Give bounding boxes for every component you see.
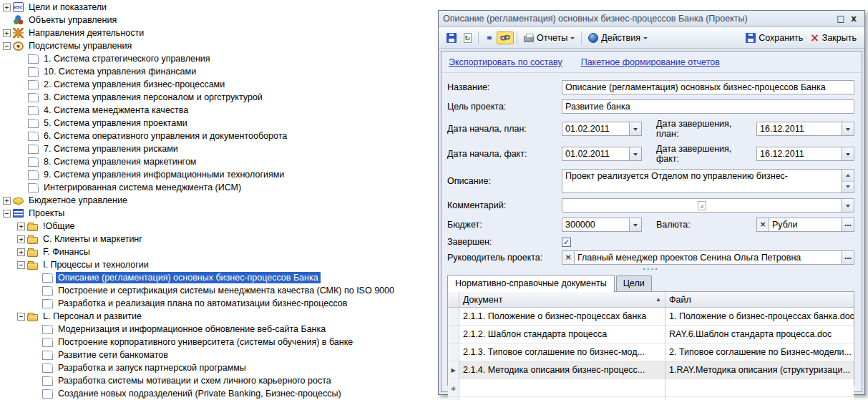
tree-item[interactable]: 9. Система управления информационными те… bbox=[0, 168, 438, 181]
tree-item[interactable]: 6. Система оперативного управления и док… bbox=[0, 130, 438, 142]
tree-item[interactable]: +C. Клиенты и маркетинг bbox=[0, 233, 438, 245]
budget-field[interactable]: 300000 bbox=[562, 218, 642, 232]
tree-item-label[interactable]: C. Клиенты и маркетинг bbox=[41, 233, 145, 245]
refresh-button[interactable] bbox=[460, 31, 475, 45]
end-fact-field[interactable]: 16.12.2011 bbox=[756, 147, 854, 161]
fit-height-button[interactable] bbox=[482, 31, 497, 45]
dropdown-icon[interactable] bbox=[629, 147, 641, 160]
tree-item[interactable]: 1. Система стратегического управления bbox=[0, 52, 438, 65]
start-plan-field[interactable]: 01.02.2011 bbox=[562, 122, 642, 136]
tree-item[interactable]: Построение и сертификация системы менедж… bbox=[0, 284, 438, 297]
dropdown-icon[interactable] bbox=[842, 147, 854, 160]
row-selector[interactable]: ▶ bbox=[448, 361, 459, 379]
cell-file[interactable]: RAY.6.Шаблон стандарта процесса.doc bbox=[665, 326, 854, 343]
scroll-down-icon[interactable] bbox=[842, 182, 854, 193]
tree-item[interactable]: Построение корпоративного университета (… bbox=[0, 336, 438, 348]
tree-item[interactable]: 8. Система управления маркетингом bbox=[0, 155, 438, 168]
ellipsis-button[interactable]: … bbox=[842, 251, 854, 264]
tree-item-label[interactable]: Построение и сертификация системы менедж… bbox=[56, 285, 396, 296]
cell-document[interactable]: 2.1.4. Методика описания бизнес-процесс.… bbox=[459, 361, 665, 379]
goal-field[interactable]: Развитие банка bbox=[562, 99, 854, 114]
cell-file[interactable]: 1. Положение о бизнес-процессах банка.do… bbox=[665, 308, 854, 325]
tree-item-label[interactable]: Модернизация и информационное обновление… bbox=[56, 323, 328, 335]
tree-item-label[interactable]: !Общие bbox=[41, 220, 77, 232]
tab-goals[interactable]: Цели bbox=[616, 275, 652, 291]
tree-item-label[interactable]: L. Персонал и развитие bbox=[41, 311, 144, 322]
clear-icon[interactable]: × bbox=[562, 251, 575, 264]
tree-item-label[interactable]: 6. Система оперативного управления и док… bbox=[42, 130, 289, 142]
tree-item-label[interactable]: 5. Система управления проектами bbox=[42, 117, 190, 129]
tree-item-label[interactable]: I. Процессы и технологии bbox=[41, 259, 151, 270]
tree-item[interactable]: −Подсистемы управления bbox=[0, 39, 438, 52]
tree-item-label[interactable]: F. Финансы bbox=[41, 246, 92, 258]
manager-field[interactable]: × Главный менеджер проектов Сенина Ольга… bbox=[562, 250, 854, 265]
tree-item[interactable]: Объекты управления bbox=[0, 14, 438, 26]
table-row[interactable]: 2.1.2. Шаблон стандарта процессаRAY.6.Ша… bbox=[448, 326, 854, 343]
batch-reports-link[interactable]: Пакетное формирование отчетов bbox=[581, 57, 720, 67]
tree-item-label[interactable]: Разработка и реализация плана по автомат… bbox=[56, 298, 349, 309]
tree-item-label[interactable]: Развитие сети банкоматов bbox=[56, 349, 170, 361]
tree-item[interactable]: Разработка системы мотивации и схем личн… bbox=[0, 374, 438, 387]
tree-item[interactable]: −L. Персонал и развитие bbox=[0, 310, 438, 323]
dropdown-icon[interactable] bbox=[629, 218, 641, 231]
tree-item-label[interactable]: Интегрированная система менеджмента (ИСМ… bbox=[42, 182, 243, 193]
dropdown-icon[interactable] bbox=[842, 122, 854, 135]
export-link[interactable]: Экспортировать по составу bbox=[449, 57, 562, 67]
new-row[interactable]: * bbox=[448, 379, 854, 397]
expand-icon[interactable]: + bbox=[17, 248, 25, 256]
collapse-icon[interactable]: − bbox=[17, 313, 25, 321]
close-icon[interactable]: x bbox=[847, 12, 860, 25]
scroll-up-icon[interactable] bbox=[842, 170, 854, 182]
expand-icon[interactable]: + bbox=[3, 29, 11, 37]
link-toggle-button[interactable] bbox=[497, 31, 514, 44]
row-selector[interactable] bbox=[448, 326, 459, 343]
dropdown-icon[interactable] bbox=[842, 199, 854, 212]
tree-item[interactable]: 7. Система управления рисками bbox=[0, 142, 438, 155]
row-selector[interactable] bbox=[448, 343, 459, 361]
tab-documents[interactable]: Нормативно-справочные документы bbox=[447, 275, 615, 292]
tree-item[interactable]: Интегрированная система менеджмента (ИСМ… bbox=[0, 181, 438, 194]
collapse-icon[interactable]: − bbox=[3, 42, 11, 50]
tree-item-label[interactable]: Проекты bbox=[26, 208, 67, 219]
tree-item-label[interactable]: Объекты управления bbox=[26, 14, 119, 26]
tree-item[interactable]: Разработка и реализация плана по автомат… bbox=[0, 297, 438, 310]
completed-checkbox[interactable]: ✓ bbox=[562, 238, 571, 247]
tree-item-label[interactable]: Подсистемы управления bbox=[26, 40, 134, 52]
tree-item-label[interactable]: 7. Система управления рисками bbox=[42, 143, 180, 155]
save-button-icon[interactable] bbox=[443, 31, 460, 45]
end-plan-field[interactable]: 16.12.2011 bbox=[756, 122, 854, 136]
tree-item-label[interactable]: 3. Система управления персоналом и оргст… bbox=[42, 92, 265, 103]
tree-item[interactable]: Описание (регламентация) основных бизнес… bbox=[0, 271, 438, 284]
dropdown-icon[interactable] bbox=[629, 122, 641, 135]
name-field[interactable]: Описание (регламентация) основных бизнес… bbox=[562, 80, 854, 94]
tree-item[interactable]: +Бюджетное управление bbox=[0, 194, 438, 207]
expand-icon[interactable]: + bbox=[3, 197, 11, 205]
tree-item-label[interactable]: Создание новых подразделений (Private Ba… bbox=[56, 388, 343, 399]
actions-button[interactable]: Действия bbox=[585, 31, 651, 45]
tree-item[interactable]: 10. Система управления финансами bbox=[0, 65, 438, 78]
cell-document[interactable]: 2.1.1. Положение о бизнес-процессах банк… bbox=[459, 308, 665, 325]
collapse-icon[interactable]: − bbox=[17, 261, 25, 269]
ellipsis-button[interactable]: … bbox=[842, 218, 854, 231]
tree-item[interactable]: 4. Система менеджмента качества bbox=[0, 104, 438, 117]
expand-icon[interactable]: + bbox=[17, 223, 25, 230]
currency-field[interactable]: × Рубли … bbox=[756, 218, 854, 232]
tree-item[interactable]: −I. Процессы и технологии bbox=[0, 258, 438, 271]
tree-item[interactable]: 3. Система управления персоналом и оргст… bbox=[0, 91, 438, 104]
tree-item[interactable]: Создание новых подразделений (Private Ba… bbox=[0, 387, 438, 400]
tree-item[interactable]: Разработка и запуск партнерской программ… bbox=[0, 361, 438, 374]
tree-item-label[interactable]: Направления деятельности bbox=[26, 27, 146, 39]
tree-item[interactable]: +Цели и показатели bbox=[0, 1, 438, 14]
tree-item-label[interactable]: 9. Система управления информационными те… bbox=[42, 169, 286, 180]
table-row[interactable]: 2.1.1. Положение о бизнес-процессах банк… bbox=[448, 308, 854, 326]
tree-item[interactable]: +!Общие bbox=[0, 220, 438, 233]
tree-item[interactable]: +Направления деятельности bbox=[0, 26, 438, 39]
splitter-handle[interactable]: ···· bbox=[447, 267, 854, 273]
tree-item[interactable]: Модернизация и информационное обновление… bbox=[0, 323, 438, 336]
tree-item-label[interactable]: Построение корпоративного университета (… bbox=[56, 336, 355, 348]
collapse-icon[interactable]: − bbox=[3, 210, 11, 218]
column-header-document[interactable]: Документ ▲ bbox=[459, 292, 665, 307]
comment-field[interactable]: a bbox=[562, 198, 854, 213]
tree-item-label[interactable]: 1. Система стратегического управления bbox=[42, 53, 213, 64]
tree-item-label[interactable]: 4. Система менеджмента качества bbox=[42, 104, 190, 116]
